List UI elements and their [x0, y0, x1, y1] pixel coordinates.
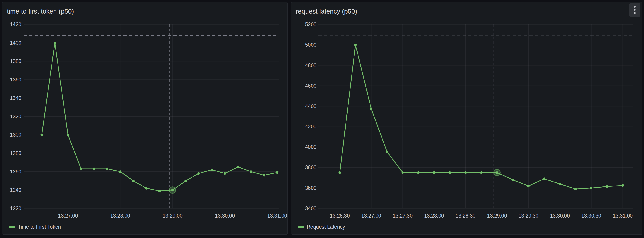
- x-tick-label: 13:29:00: [162, 213, 182, 219]
- x-tick-label: 13:28:30: [456, 213, 476, 219]
- panel-request-latency: request latency (p50) 520050004800460044…: [291, 2, 642, 235]
- data-point[interactable]: [402, 172, 404, 174]
- x-tick-label: 13:30:00: [550, 213, 570, 219]
- legend: Time to First Token: [9, 224, 61, 230]
- x-tick-label: 13:26:30: [330, 213, 350, 219]
- data-point[interactable]: [93, 168, 95, 170]
- data-point[interactable]: [559, 183, 561, 185]
- x-tick-label: 13:27:30: [392, 213, 412, 219]
- data-point[interactable]: [480, 172, 482, 174]
- panel-time-to-first-token: time to first token (p50) 14201400138013…: [2, 2, 288, 235]
- data-point[interactable]: [210, 169, 213, 171]
- latency-chart: 5200500048004600440042004000380036003400…: [291, 3, 642, 234]
- data-point[interactable]: [574, 188, 577, 190]
- y-tick-label: 1260: [10, 169, 21, 175]
- data-point[interactable]: [433, 172, 435, 174]
- x-tick-label: 13:29:00: [487, 213, 507, 219]
- data-point[interactable]: [354, 44, 357, 46]
- data-point[interactable]: [171, 189, 174, 191]
- ttft-chart: 1420140013801360134013201300128012601240…: [2, 3, 287, 234]
- data-point[interactable]: [370, 107, 372, 110]
- data-point[interactable]: [590, 187, 592, 189]
- data-point[interactable]: [417, 172, 420, 174]
- data-point[interactable]: [40, 134, 43, 136]
- y-tick-label: 5000: [305, 42, 316, 48]
- data-point[interactable]: [512, 179, 514, 181]
- data-point[interactable]: [198, 172, 200, 175]
- legend-series-pill: [298, 226, 304, 228]
- data-point[interactable]: [250, 170, 252, 173]
- data-point[interactable]: [263, 174, 265, 177]
- y-tick-label: 1220: [10, 205, 21, 211]
- x-tick-label: 13:30:00: [215, 213, 235, 219]
- y-tick-label: 1240: [10, 187, 21, 193]
- data-point[interactable]: [224, 172, 226, 175]
- y-tick-label: 1300: [10, 132, 21, 138]
- kebab-dot: [634, 9, 636, 11]
- data-point[interactable]: [132, 179, 134, 182]
- data-point[interactable]: [276, 171, 278, 174]
- x-tick-label: 13:28:00: [110, 213, 130, 219]
- kebab-dot: [634, 12, 636, 14]
- series-line: [42, 43, 277, 191]
- x-tick-label: 13:31:00: [267, 213, 287, 219]
- legend-series-label[interactable]: Time to First Token: [18, 224, 61, 230]
- dashboard: { "colors": { "page_bg": "#0f1015", "pan…: [0, 0, 644, 238]
- data-point[interactable]: [496, 172, 498, 174]
- data-point[interactable]: [106, 168, 108, 170]
- x-tick-label: 13:28:00: [424, 213, 444, 219]
- data-point[interactable]: [338, 172, 341, 174]
- y-tick-label: 1280: [10, 150, 21, 156]
- y-tick-label: 3400: [305, 205, 316, 211]
- y-tick-label: 5200: [305, 22, 316, 27]
- data-point[interactable]: [386, 150, 388, 153]
- data-point[interactable]: [448, 172, 451, 174]
- panel-title[interactable]: request latency (p50): [296, 8, 357, 15]
- y-tick-label: 3600: [305, 185, 316, 191]
- y-tick-label: 4200: [305, 124, 316, 130]
- panel-menu-button[interactable]: [629, 3, 640, 17]
- legend: Request Latency: [298, 224, 345, 230]
- y-tick-label: 1340: [10, 95, 21, 101]
- y-tick-label: 4400: [305, 103, 316, 109]
- data-point[interactable]: [145, 187, 148, 189]
- x-tick-label: 13:27:00: [361, 213, 381, 219]
- panel-title[interactable]: time to first token (p50): [7, 8, 74, 15]
- y-tick-label: 1420: [10, 22, 21, 27]
- x-tick-label: 13:27:00: [58, 213, 78, 219]
- y-tick-label: 1380: [10, 58, 21, 64]
- data-point[interactable]: [237, 166, 239, 168]
- y-tick-label: 1360: [10, 77, 21, 82]
- data-point[interactable]: [184, 179, 187, 182]
- x-tick-label: 13:29:30: [518, 213, 538, 219]
- legend-series-pill: [9, 226, 15, 228]
- data-point[interactable]: [119, 170, 122, 173]
- kebab-dot: [634, 6, 636, 8]
- data-point[interactable]: [158, 190, 161, 192]
- data-point[interactable]: [464, 172, 467, 174]
- y-tick-label: 4800: [305, 62, 316, 68]
- y-tick-label: 3800: [305, 165, 316, 170]
- data-point[interactable]: [66, 134, 69, 136]
- x-tick-label: 13:31:00: [613, 213, 633, 219]
- legend-series-label[interactable]: Request Latency: [307, 224, 345, 230]
- data-point[interactable]: [606, 185, 608, 188]
- y-tick-label: 4600: [305, 83, 316, 89]
- data-point[interactable]: [622, 184, 624, 187]
- data-point[interactable]: [54, 42, 56, 44]
- y-tick-label: 1400: [10, 40, 21, 46]
- y-tick-label: 1320: [10, 114, 21, 120]
- y-tick-label: 4000: [305, 144, 316, 150]
- data-point[interactable]: [527, 185, 530, 187]
- data-point[interactable]: [543, 178, 546, 180]
- data-point[interactable]: [80, 168, 82, 170]
- x-tick-label: 13:30:30: [582, 213, 601, 219]
